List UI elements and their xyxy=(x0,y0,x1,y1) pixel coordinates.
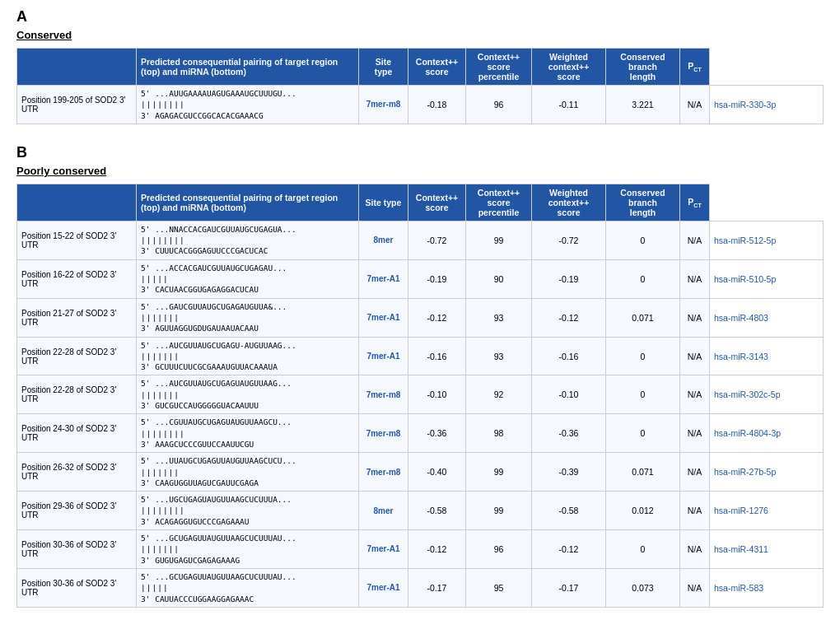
section-title-b: Poorly conserved xyxy=(16,165,824,177)
weighted-context-cell: -0.11 xyxy=(532,86,606,124)
header-ctx-pct-b: Context++ scorepercentile xyxy=(466,184,532,221)
site-type-cell: 7mer-m8 xyxy=(359,86,408,124)
pct-cell: N/A xyxy=(680,298,710,337)
context-score-cell: -0.17 xyxy=(408,568,466,607)
weighted-context-cell: -0.19 xyxy=(532,259,606,298)
header-wctx-b: Weightedcontext++ score xyxy=(532,184,606,221)
pairing-cell: 5' ...UUAUGCUGAGUUAUGUUAAGCUCU... ||||||… xyxy=(137,453,359,492)
context-score-cell: -0.12 xyxy=(408,530,466,569)
weighted-context-cell: -0.72 xyxy=(532,221,606,259)
mirna-cell[interactable]: hsa-miR-4311 xyxy=(710,530,824,569)
branch-length-cell: 0 xyxy=(606,375,680,414)
mirna-link[interactable]: hsa-miR-583 xyxy=(714,583,763,593)
mirna-cell[interactable]: hsa-miR-27b-5p xyxy=(710,453,824,492)
context-score-cell: -0.58 xyxy=(408,492,466,530)
mirna-link[interactable]: hsa-miR-4803 xyxy=(714,313,768,323)
mirna-link[interactable]: hsa-miR-4804-3p xyxy=(714,428,781,438)
weighted-context-cell: -0.12 xyxy=(532,530,606,569)
context-score-cell: -0.12 xyxy=(408,298,466,337)
mirna-cell[interactable]: hsa-miR-4804-3p xyxy=(710,414,824,453)
context-percentile-cell: 99 xyxy=(466,492,532,530)
header-ctx-a: Context++score xyxy=(408,49,466,86)
position-cell: Position 24-30 of SOD2 3' UTR xyxy=(17,414,137,453)
mirna-link[interactable]: hsa-miR-302c-5p xyxy=(714,389,781,399)
context-percentile-cell: 96 xyxy=(466,530,532,569)
context-score-cell: -0.40 xyxy=(408,453,466,492)
mirna-cell[interactable]: hsa-miR-583 xyxy=(710,568,824,607)
branch-length-cell: 0.071 xyxy=(606,453,680,492)
site-type-cell: 8mer xyxy=(359,492,408,530)
context-percentile-cell: 93 xyxy=(466,337,532,375)
branch-length-cell: 0.073 xyxy=(606,568,680,607)
section-letter-a: A xyxy=(16,8,824,26)
header-blank-b xyxy=(17,184,137,221)
mirna-link[interactable]: hsa-miR-27b-5p xyxy=(714,467,776,477)
section-title-a: Conserved xyxy=(16,29,824,41)
context-percentile-cell: 99 xyxy=(466,453,532,492)
pct-cell: N/A xyxy=(680,453,710,492)
branch-length-cell: 0 xyxy=(606,530,680,569)
mirna-link[interactable]: hsa-miR-4311 xyxy=(714,544,768,554)
context-percentile-cell: 99 xyxy=(466,221,532,259)
header-ctx-b: Context++score xyxy=(408,184,466,221)
mirna-link[interactable]: hsa-miR-330-3p xyxy=(714,100,776,110)
site-type-cell: 7mer-m8 xyxy=(359,453,408,492)
mirna-link[interactable]: hsa-miR-512-5p xyxy=(714,235,776,245)
weighted-context-cell: -0.36 xyxy=(532,414,606,453)
mirna-cell[interactable]: hsa-miR-3143 xyxy=(710,337,824,375)
context-score-cell: -0.10 xyxy=(408,375,466,414)
position-cell: Position 29-36 of SOD2 3' UTR xyxy=(17,492,137,530)
context-score-cell: -0.72 xyxy=(408,221,466,259)
pct-cell: N/A xyxy=(680,414,710,453)
header-branch-b: Conserved branchlength xyxy=(606,184,680,221)
mirna-cell[interactable]: hsa-miR-4803 xyxy=(710,298,824,337)
site-type-cell: 7mer-A1 xyxy=(359,259,408,298)
pairing-cell: 5' ...AUUGAAAAUAGUGAAAUGCUUUGU... ||||||… xyxy=(137,86,359,124)
site-type-cell: 7mer-A1 xyxy=(359,568,408,607)
section-a: A Conserved Predicted consequential pair… xyxy=(16,8,824,124)
position-cell: Position 30-36 of SOD2 3' UTR xyxy=(17,530,137,569)
site-type-cell: 8mer xyxy=(359,221,408,259)
position-cell: Position 22-28 of SOD2 3' UTR xyxy=(17,337,137,375)
branch-length-cell: 0 xyxy=(606,259,680,298)
mirna-cell[interactable]: hsa-miR-330-3p xyxy=(710,86,824,124)
mirna-link[interactable]: hsa-miR-3143 xyxy=(714,352,768,361)
header-wctx-a: Weightedcontext++ score xyxy=(532,49,606,86)
position-cell: Position 16-22 of SOD2 3' UTR xyxy=(17,259,137,298)
pairing-cell: 5' ...NNACCACGAUCGUUAUGCUGAGUA... ||||||… xyxy=(137,221,359,259)
context-percentile-cell: 95 xyxy=(466,568,532,607)
weighted-context-cell: -0.16 xyxy=(532,337,606,375)
branch-length-cell: 0 xyxy=(606,221,680,259)
position-cell: Position 15-22 of SOD2 3' UTR xyxy=(17,221,137,259)
section-b: B Poorly conserved Predicted consequenti… xyxy=(16,144,824,608)
header-pct-a: PCT xyxy=(680,49,710,86)
weighted-context-cell: -0.17 xyxy=(532,568,606,607)
context-percentile-cell: 90 xyxy=(466,259,532,298)
pairing-cell: 5' ...AUCGUUAUGCUGAGU-AUGUUAAG... ||||||… xyxy=(137,337,359,375)
mirna-cell[interactable]: hsa-miR-512-5p xyxy=(710,221,824,259)
context-percentile-cell: 93 xyxy=(466,298,532,337)
mirna-cell[interactable]: hsa-miR-1276 xyxy=(710,492,824,530)
context-score-cell: -0.36 xyxy=(408,414,466,453)
poorly-conserved-table: Predicted consequential pairing of targe… xyxy=(16,184,824,608)
weighted-context-cell: -0.58 xyxy=(532,492,606,530)
pairing-cell: 5' ...GAUCGUUAUGCUGAGAUGUUA&... |||||||3… xyxy=(137,298,359,337)
position-cell: Position 26-32 of SOD2 3' UTR xyxy=(17,453,137,492)
position-cell: Position 21-27 of SOD2 3' UTR xyxy=(17,298,137,337)
mirna-cell[interactable]: hsa-miR-510-5p xyxy=(710,259,824,298)
header-site-a: Sitetype xyxy=(359,49,408,86)
mirna-link[interactable]: hsa-miR-1276 xyxy=(714,506,768,515)
context-percentile-cell: 98 xyxy=(466,414,532,453)
header-site-b: Site type xyxy=(359,184,408,221)
header-pairing-b: Predicted consequential pairing of targe… xyxy=(137,184,359,221)
mirna-cell[interactable]: hsa-miR-302c-5p xyxy=(710,375,824,414)
position-cell: Position 22-28 of SOD2 3' UTR xyxy=(17,375,137,414)
weighted-context-cell: -0.12 xyxy=(532,298,606,337)
mirna-link[interactable]: hsa-miR-510-5p xyxy=(714,274,776,284)
pct-cell: N/A xyxy=(680,568,710,607)
pairing-cell: 5' ...CGUUAUGCUGAGUAUGUUAAGCU... |||||||… xyxy=(137,414,359,453)
context-score-cell: -0.18 xyxy=(408,86,466,124)
header-branch-a: Conserved branchlength xyxy=(606,49,680,86)
header-pct-b: PCT xyxy=(680,184,710,221)
context-score-cell: -0.19 xyxy=(408,259,466,298)
